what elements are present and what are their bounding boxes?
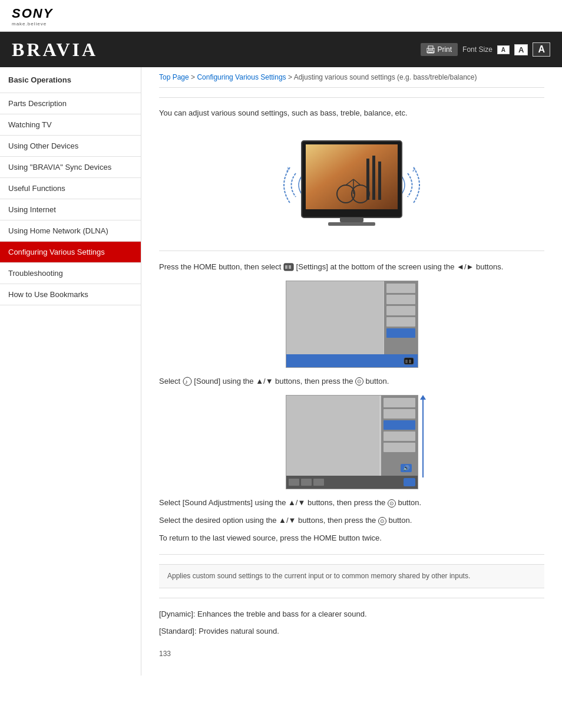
breadcrumb-current: Adjusting various sound settings (e.g. b…	[294, 73, 477, 81]
sidebar-label-parts-description: Parts Description	[8, 99, 67, 108]
screenshot1	[286, 281, 418, 368]
svg-rect-16	[378, 162, 381, 200]
breadcrumb-top-page[interactable]: Top Page	[159, 73, 189, 81]
sidebar-item-how-to-use-bookmarks[interactable]: How to Use Bookmarks	[0, 284, 141, 305]
sidebar-item-using-internet[interactable]: Using Internet	[0, 199, 141, 220]
print-label: Print	[437, 45, 452, 54]
step5-text: To return to the last viewed source, pre…	[159, 532, 544, 545]
svg-rect-8	[306, 144, 398, 209]
sidebar-item-using-bravia-sync[interactable]: Using "BRAVIA" Sync Devices	[0, 157, 141, 178]
svg-text:♪: ♪	[185, 378, 188, 385]
sidebar-label-configuring-various-settings: Configuring Various Settings	[8, 248, 105, 256]
step2-text: Select ♪ [Sound] using the ▲/▼ buttons, …	[159, 375, 544, 388]
svg-rect-3	[429, 52, 432, 52]
sidebar-item-troubleshooting[interactable]: Troubleshooting	[0, 263, 141, 284]
svg-rect-23	[405, 360, 408, 363]
up-arrow-indicator	[419, 395, 427, 477]
intro-text: You can adjust various sound settings, s…	[159, 107, 544, 120]
step3-text: Select [Sound Adjustments] using the ▲/▼…	[159, 496, 544, 509]
page-header: SONY make.believe	[0, 0, 562, 32]
screenshot2: 🔊	[286, 395, 418, 489]
sidebar-label-using-internet: Using Internet	[8, 205, 56, 214]
sidebar-label-using-bravia-sync: Using "BRAVIA" Sync Devices	[8, 163, 111, 172]
svg-rect-21	[289, 265, 291, 269]
screenshot2-container: 🔊	[159, 395, 544, 489]
sidebar-item-basic-operations[interactable]: Basic Operations	[0, 67, 141, 93]
sidebar-label-troubleshooting: Troubleshooting	[8, 269, 63, 278]
print-button[interactable]: Print	[421, 43, 458, 56]
sidebar-item-useful-functions[interactable]: Useful Functions	[0, 178, 141, 199]
step4-text: Select the desired option using the ▲/▼ …	[159, 514, 544, 527]
breadcrumb-configuring[interactable]: Configuring Various Settings	[197, 73, 286, 81]
font-size-label: Font Size	[462, 45, 492, 54]
intro-section: You can adjust various sound settings, s…	[159, 107, 544, 241]
svg-text:♪: ♪	[412, 164, 416, 173]
note-text: Applies custom sound settings to the cur…	[167, 572, 470, 580]
svg-rect-18	[328, 222, 375, 226]
font-medium-button[interactable]: A	[514, 44, 528, 55]
sidebar-item-parts-description[interactable]: Parts Description	[0, 93, 141, 114]
steps-3-4-section: Select [Sound Adjustments] using the ▲/▼…	[159, 496, 544, 545]
svg-rect-1	[428, 46, 433, 50]
svg-rect-17	[340, 218, 363, 222]
sony-tagline: make.believe	[12, 21, 47, 27]
bravia-banner: BRAVIA Print Font Size A A A	[0, 32, 562, 67]
note-section: Applies custom sound settings to the cur…	[159, 564, 544, 588]
svg-rect-15	[372, 156, 375, 200]
tv-illustration: ♪ ♪	[159, 129, 544, 241]
sound-badge: 🔊	[403, 465, 409, 471]
sony-wordmark: SONY	[12, 6, 53, 21]
sidebar-label-watching-tv: Watching TV	[8, 120, 52, 129]
divider-4	[159, 598, 544, 598]
divider-1	[159, 97, 544, 98]
divider-2	[159, 251, 544, 251]
font-large-button[interactable]: A	[533, 42, 550, 57]
screenshot2-wrapper: 🔊	[286, 395, 418, 489]
home-icon-small	[404, 357, 414, 365]
main-content: Top Page > Configuring Various Settings …	[141, 67, 562, 676]
sidebar-label-basic-operations: Basic Operations	[8, 75, 71, 84]
step1-text: Press the HOME button, then select [Sett…	[159, 261, 544, 274]
bravia-title: BRAVIA	[12, 39, 98, 61]
page-number: 133	[159, 650, 544, 658]
sidebar-item-using-home-network[interactable]: Using Home Network (DLNA)	[0, 220, 141, 242]
sidebar-label-using-other-devices: Using Other Devices	[8, 141, 78, 150]
svg-rect-24	[409, 360, 411, 363]
breadcrumb-sep2: >	[288, 73, 294, 81]
font-small-button[interactable]: A	[497, 45, 510, 54]
print-icon	[427, 45, 435, 54]
tip1-text: [Dynamic]: Enhances the treble and bass …	[159, 608, 544, 621]
step1-section: Press the HOME button, then select [Sett…	[159, 261, 544, 368]
sidebar-item-using-other-devices[interactable]: Using Other Devices	[0, 136, 141, 157]
page-layout: Basic Operations Parts Description Watch…	[0, 67, 562, 676]
sidebar: Basic Operations Parts Description Watch…	[0, 67, 141, 676]
sidebar-label-using-home-network: Using Home Network (DLNA)	[8, 226, 108, 235]
divider-3	[159, 554, 544, 555]
step2-section: Select ♪ [Sound] using the ▲/▼ buttons, …	[159, 375, 544, 489]
tv-image-svg: ♪ ♪	[269, 129, 434, 241]
banner-controls: Print Font Size A A A	[421, 42, 550, 57]
breadcrumb: Top Page > Configuring Various Settings …	[159, 67, 544, 88]
sidebar-label-how-to-use-bookmarks: How to Use Bookmarks	[8, 290, 88, 299]
sidebar-label-useful-functions: Useful Functions	[8, 184, 65, 193]
sidebar-item-configuring-various-settings[interactable]: Configuring Various Settings	[0, 242, 141, 263]
svg-text:♪: ♪	[286, 164, 290, 173]
breadcrumb-sep1: >	[191, 73, 197, 81]
tips-section: [Dynamic]: Enhances the treble and bass …	[159, 608, 544, 637]
svg-rect-14	[366, 159, 369, 200]
sony-logo: SONY make.believe	[12, 6, 550, 27]
sidebar-item-watching-tv[interactable]: Watching TV	[0, 114, 141, 136]
sound-icon: ♪	[183, 377, 192, 386]
svg-rect-20	[285, 265, 287, 269]
screenshot1-container	[159, 281, 544, 368]
settings-icon	[283, 263, 294, 271]
tip2-text: [Standard]: Provides natural sound.	[159, 625, 544, 638]
